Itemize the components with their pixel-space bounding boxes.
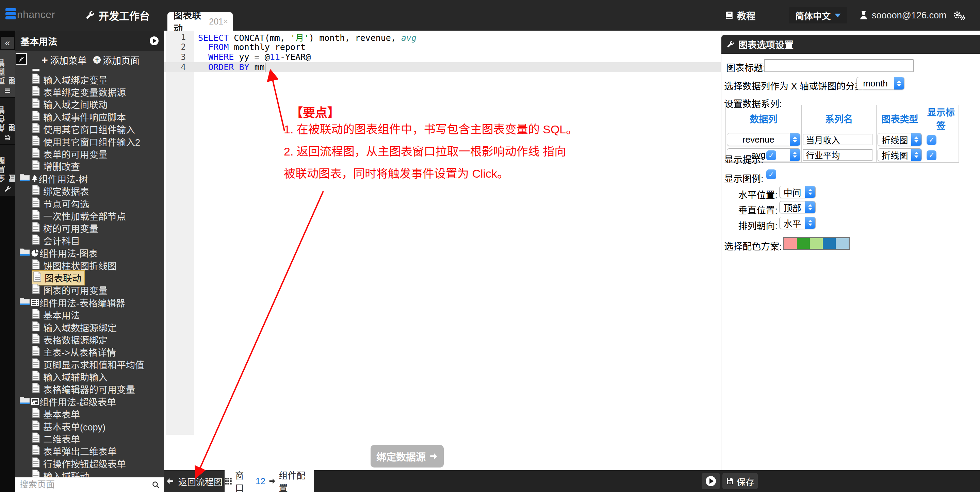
tree-item[interactable]: 输入域辅助输入 xyxy=(15,371,164,383)
tree-item[interactable]: 输入域之间联动 xyxy=(15,98,164,111)
x-axis-label: 选择数据列作为 X 轴或饼图的分类: xyxy=(724,79,867,92)
search-icon[interactable] xyxy=(152,481,160,489)
tree-item[interactable]: 表格编辑器的可用变量 xyxy=(15,383,164,395)
code-line-3[interactable]: 3 WHERE yy = @11-YEAR@ xyxy=(164,52,721,62)
tree-item[interactable]: 输入域事件响应脚本 xyxy=(15,111,164,123)
tree-item[interactable]: 饼图柱状图折线图 xyxy=(15,259,164,272)
window-breadcrumb-tab[interactable]: 窗口 12 组件配置 xyxy=(224,470,314,492)
tree-item[interactable]: 基本表单 xyxy=(15,408,164,420)
legend-v-select[interactable]: 顶部 xyxy=(779,201,816,213)
tree-item[interactable]: 页脚显示求和值和平均值 xyxy=(15,358,164,371)
table-select[interactable]: revenue xyxy=(727,133,800,146)
roles-icon xyxy=(4,134,11,141)
tree-item[interactable]: 输入域绑定变量 xyxy=(15,73,164,86)
legend-orient-select[interactable]: 水平 xyxy=(779,217,816,229)
code-line-1[interactable]: 1SELECT CONCAT(mm, '月') month, revenue, … xyxy=(164,32,721,42)
series-name-input[interactable] xyxy=(803,149,872,161)
logo-text: nhancer xyxy=(17,9,55,21)
scheme-color-swatch[interactable] xyxy=(784,238,797,249)
tree-item[interactable]: 一次性加载全部节点 xyxy=(15,210,164,222)
chart-options-panel: 图表选项设置 图表标题: 选择数据列作为 X 轴或饼图的分类: month 设置… xyxy=(721,30,980,470)
tree-item[interactable]: 会计科目 xyxy=(15,234,164,247)
collapse-all-button[interactable] xyxy=(16,53,27,65)
scheme-color-swatch[interactable] xyxy=(836,238,849,249)
series-name-input[interactable] xyxy=(803,134,872,145)
tree-folder[interactable]: 组件用法-树 xyxy=(15,172,164,185)
tutorial-link[interactable]: 教程 xyxy=(725,0,756,30)
tree-item[interactable]: 主表->从表格详情 xyxy=(15,346,164,358)
tree-item[interactable]: 表单弹出二维表单 xyxy=(15,445,164,457)
doc-icon xyxy=(32,148,40,160)
line-number: 1 xyxy=(164,32,194,42)
show-label-checkbox[interactable]: ✓ xyxy=(927,150,937,160)
sidebar-collapse-button[interactable]: « xyxy=(1,37,14,49)
chart-title-input[interactable] xyxy=(764,59,914,72)
tree-item[interactable]: 节点可勾选 xyxy=(15,197,164,210)
tree-item[interactable]: 输入域联动 xyxy=(15,470,164,478)
doc-icon xyxy=(32,210,40,222)
x-axis-select[interactable]: month xyxy=(856,77,904,90)
gears-icon xyxy=(952,10,966,21)
tree-folder[interactable]: 组件用法-表格编辑器 xyxy=(15,296,164,309)
strip-tab-global-config[interactable]: 全局配置 xyxy=(0,145,15,196)
strip-tab-pages[interactable]: 页面管理 xyxy=(0,50,15,97)
tree-folder[interactable]: 组件用法-图表 xyxy=(15,247,164,259)
tree-item[interactable]: 表单的可用变量 xyxy=(15,148,164,160)
scheme-color-swatch[interactable] xyxy=(823,238,836,249)
show-legend-checkbox[interactable]: ✓ xyxy=(766,169,776,179)
bind-datasource-button[interactable]: 绑定数据源 xyxy=(371,445,444,468)
select-chevrons-icon xyxy=(805,201,815,213)
add-page-button[interactable]: + 添加页面 xyxy=(93,53,140,67)
tree-item[interactable]: 表格数据源绑定 xyxy=(15,333,164,346)
tree-item[interactable]: 树的可用变量 xyxy=(15,222,164,234)
tree-item[interactable]: 使用其它窗口组件输入2 xyxy=(15,135,164,148)
settings-button[interactable] xyxy=(952,0,966,30)
run-button[interactable] xyxy=(702,473,720,489)
strip-tab-roles[interactable]: 角色管理 xyxy=(0,98,15,144)
sidebar-header: 基本用法 xyxy=(15,30,164,51)
wrench-icon xyxy=(85,11,95,20)
table-select[interactable]: 折线图 xyxy=(878,133,922,146)
tab-chart-linkage[interactable]: 图表联动 201 × xyxy=(167,12,233,30)
tree-item[interactable]: 基本用法 xyxy=(15,309,164,321)
scheme-color-swatch[interactable] xyxy=(810,238,823,249)
search-input[interactable] xyxy=(15,479,152,490)
language-selector[interactable]: 简体中文 xyxy=(789,7,847,24)
tree-item[interactable]: 图表的可用变量 xyxy=(15,284,164,296)
account-menu[interactable]: soooon@126.com xyxy=(859,0,947,30)
play-icon xyxy=(706,476,716,486)
tree-item[interactable]: 图表联动 xyxy=(15,272,164,284)
tree-item[interactable]: 表单绑定变量数据源 xyxy=(15,86,164,98)
tree-item[interactable]: 二维表单 xyxy=(15,433,164,445)
sql-editor[interactable]: 1SELECT CONCAT(mm, '月') month, revenue, … xyxy=(164,30,721,470)
line-number: 3 xyxy=(164,53,194,62)
show-label-checkbox[interactable]: ✓ xyxy=(927,135,937,145)
selected-tree-item[interactable]: 图表联动 xyxy=(32,270,85,285)
code-line-4[interactable]: 4 ORDER BY mm xyxy=(164,62,721,72)
legend-h-select[interactable]: 中间 xyxy=(779,186,816,198)
tree-folder[interactable]: 组件用法-超级表单 xyxy=(15,395,164,408)
table-select[interactable]: 折线图 xyxy=(878,148,922,161)
annotation-text: 1. 在被联动的图表组件中，书写包含主图表变量的 SQL。2. 返回流程图，从主… xyxy=(284,118,578,185)
tree-item[interactable]: 绑定数据表 xyxy=(15,185,164,197)
code-line-2[interactable]: 2 FROM monthly_report xyxy=(164,42,721,53)
form-icon xyxy=(31,398,39,405)
tree-item[interactable]: 基本表单(copy) xyxy=(15,420,164,433)
add-menu-button[interactable]: + 添加菜单 xyxy=(41,53,87,67)
color-scheme-picker[interactable] xyxy=(783,237,850,250)
doc-icon xyxy=(32,197,40,210)
tree-item[interactable]: 输入域数据源绑定 xyxy=(15,321,164,333)
back-to-flowchart-button[interactable]: 返回流程图 xyxy=(164,470,224,492)
scheme-color-swatch[interactable] xyxy=(797,238,810,249)
doc-icon xyxy=(32,234,40,247)
tree-item[interactable]: 行操作按钮超级表单 xyxy=(15,457,164,470)
tree-item[interactable]: 使用其它窗口组件输入 xyxy=(15,123,164,135)
panel-title: 图表选项设置 xyxy=(738,38,794,51)
save-button[interactable]: 保存 xyxy=(722,473,758,489)
run-page-button[interactable] xyxy=(150,37,159,45)
show-tip-checkbox[interactable]: ✓ xyxy=(766,150,776,160)
tree-item[interactable]: 增删改查 xyxy=(15,160,164,172)
enhancer-logo[interactable]: nhancer xyxy=(5,8,55,21)
tab-close-icon[interactable]: × xyxy=(223,17,228,26)
sidebar-toolbar: + 添加菜单 + 添加页面 xyxy=(15,51,164,69)
